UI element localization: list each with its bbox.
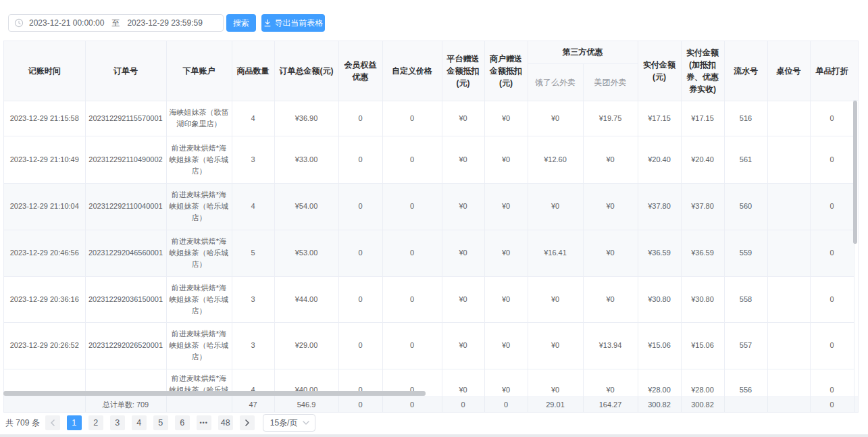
- col-header-item-discount: 单品打折: [810, 41, 854, 101]
- table-cell: 海峡姐妹茶（歌笛湖印象里店）: [166, 101, 232, 136]
- page-button-1[interactable]: 1: [67, 415, 82, 430]
- table-cell: 0: [810, 369, 854, 396]
- table-cell: ¥53.00: [274, 230, 338, 276]
- table-cell: ¥37.80: [681, 183, 724, 230]
- table-cell: ¥0: [583, 276, 638, 322]
- table-cell: [767, 136, 810, 183]
- table-row: 2023-12-29 20:36:16202312292036150001前进麦…: [4, 276, 854, 322]
- search-button[interactable]: 搜索: [226, 14, 256, 32]
- table-cell: ¥0: [484, 369, 528, 396]
- col-header-serial-no: 流水号: [724, 41, 767, 101]
- chevron-left-icon: [49, 419, 56, 427]
- table-cell: 2023-12-29 21:10:04: [4, 183, 85, 230]
- summary-cell: 164.27: [583, 397, 638, 412]
- table-cell: ¥0: [442, 101, 484, 136]
- summary-cell: 0: [810, 397, 854, 412]
- table-cell: 202312292115570001: [85, 101, 166, 136]
- chevron-right-icon: [244, 419, 251, 427]
- page-button-2[interactable]: 2: [88, 415, 103, 430]
- table-cell: ¥30.80: [681, 276, 724, 322]
- table-row: 2023-12-29 20:26:52202312292026520001前进麦…: [4, 322, 854, 369]
- date-end-value: 2023-12-29 23:59:59: [127, 18, 202, 28]
- table-cell: ¥13.94: [583, 322, 638, 369]
- table-cell: 前进麦味烘焙*海峡姐妹茶（哈乐城店）: [166, 183, 232, 230]
- table-cell: ¥0: [528, 322, 583, 369]
- col-header-platform-gift-deduction: 平台赠送金额抵扣(元): [442, 41, 484, 101]
- table-cell: ¥0: [528, 276, 583, 322]
- table-cell: 0: [338, 136, 382, 183]
- table-cell: 2023-12-29 20:26:52: [4, 322, 85, 369]
- table-cell: ¥0: [583, 230, 638, 276]
- horizontal-scrollbar-thumb[interactable]: [3, 391, 426, 396]
- page-button-4[interactable]: 4: [132, 415, 147, 430]
- export-button[interactable]: 导出当前表格: [261, 14, 325, 32]
- table-cell: ¥28.00: [681, 369, 724, 396]
- pagination: 共 709 条 123456•••48 15条/页: [5, 413, 315, 432]
- table-cell: 5: [232, 230, 274, 276]
- prev-page-button[interactable]: [45, 415, 60, 430]
- header-gutter: [853, 41, 858, 101]
- table-cell: ¥0: [484, 183, 528, 230]
- vertical-scrollbar-thumb[interactable]: [853, 101, 857, 244]
- table-cell: 2023-12-29 21:10:49: [4, 136, 85, 183]
- table-cell: ¥0: [583, 369, 638, 396]
- table-cell: 202312292110490002: [85, 136, 166, 183]
- table-cell: ¥29.00: [274, 322, 338, 369]
- table-cell: ¥20.40: [681, 136, 724, 183]
- table-cell: 3: [232, 276, 274, 322]
- table-cell: [767, 101, 810, 136]
- page-size-select[interactable]: 15条/页: [263, 414, 315, 432]
- table-cell: ¥0: [484, 101, 528, 136]
- table-cell: 0: [382, 183, 442, 230]
- table-cell: ¥28.00: [638, 369, 681, 396]
- table-cell: ¥33.00: [274, 136, 338, 183]
- table-cell: [767, 369, 810, 396]
- table-cell: [767, 230, 810, 276]
- summary-cell: 47: [232, 397, 274, 412]
- table-cell: ¥17.15: [638, 101, 681, 136]
- page-button-6[interactable]: 6: [175, 415, 190, 430]
- table-cell: ¥0: [484, 322, 528, 369]
- group-header-third-party-discount: 第三方优惠: [528, 41, 638, 63]
- table-cell: 202312292026520001: [85, 322, 166, 369]
- table-cell: 0: [382, 101, 442, 136]
- col-header-eleme-takeout: 饿了么外卖: [528, 63, 583, 101]
- table-cell: ¥20.40: [638, 136, 681, 183]
- table-cell: 前进麦味烘焙*海峡姐妹茶（哈乐城店）: [166, 322, 232, 369]
- table-cell: 0: [810, 276, 854, 322]
- table-cell: ¥12.60: [528, 136, 583, 183]
- table-cell: 前进麦味烘焙*海峡姐妹茶（哈乐城店）: [166, 230, 232, 276]
- date-separator: 至: [111, 18, 120, 29]
- table-cell: 558: [724, 276, 767, 322]
- table-cell: 0: [382, 136, 442, 183]
- table-cell: ¥0: [583, 183, 638, 230]
- table-cell: 0: [338, 101, 382, 136]
- download-icon: [263, 19, 272, 27]
- table-cell: 前进麦味烘焙*海峡姐妹茶（哈乐城店）: [166, 136, 232, 183]
- page-button-3[interactable]: 3: [110, 415, 125, 430]
- next-page-button[interactable]: [240, 415, 255, 430]
- table-cell: ¥44.00: [274, 276, 338, 322]
- table-cell: ¥16.41: [528, 230, 583, 276]
- page-button-5[interactable]: 5: [153, 415, 168, 430]
- pager-ellipsis[interactable]: •••: [197, 415, 211, 430]
- table-cell: ¥54.00: [274, 183, 338, 230]
- table-row: 2023-12-29 21:10:04202312292110040001前进麦…: [4, 183, 854, 230]
- table-cell: 560: [724, 183, 767, 230]
- table-cell: ¥0: [484, 230, 528, 276]
- summary-cell: [767, 397, 810, 412]
- date-range-input[interactable]: 2023-12-21 00:00:00 至 2023-12-29 23:59:5…: [8, 14, 224, 32]
- table-cell: 0: [338, 183, 382, 230]
- table-cell: 202312292110040001: [85, 183, 166, 230]
- table-cell: ¥15.06: [638, 322, 681, 369]
- table-cell: ¥36.59: [638, 230, 681, 276]
- table-cell: ¥0: [442, 369, 484, 396]
- table-cell: 0: [338, 230, 382, 276]
- col-header-member-discount: 会员权益优惠: [338, 41, 382, 101]
- table-cell: 2023-12-29 21:15:58: [4, 101, 85, 136]
- page-button-48[interactable]: 48: [218, 415, 233, 430]
- summary-cell: 29.01: [528, 397, 583, 412]
- table-cell: ¥15.06: [681, 322, 724, 369]
- summary-cell: 300.82: [681, 397, 724, 412]
- col-header-custom-price: 自定义价格: [382, 41, 442, 101]
